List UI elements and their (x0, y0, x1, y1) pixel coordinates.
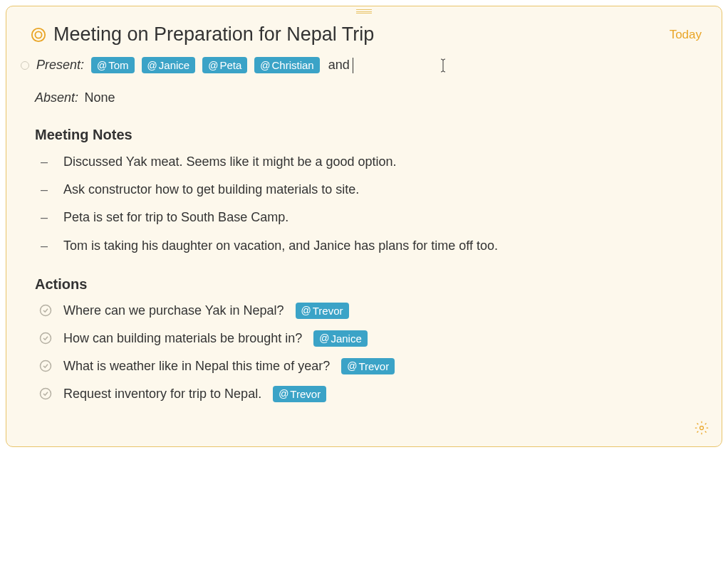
mention-tag-assignee[interactable]: @ Trevor (273, 386, 326, 402)
present-row[interactable]: Present: @ Tom @ Janice @ Peta @ Christi… (18, 57, 702, 73)
gear-icon[interactable] (695, 421, 709, 435)
task-unchecked-icon[interactable] (39, 304, 52, 317)
ibeam-cursor-icon (439, 58, 447, 73)
mention-tag-assignee[interactable]: @ Trevor (296, 303, 349, 319)
meeting-notes-heading: Meeting Notes (18, 127, 702, 143)
action-item[interactable]: Request inventory for trip to Nepal. @ T… (39, 386, 702, 402)
date-label[interactable]: Today (670, 28, 702, 42)
text-caret-icon (353, 58, 353, 73)
action-text: How can building materials be brought in… (63, 331, 302, 346)
svg-point-4 (41, 361, 51, 372)
mention-tag-assignee[interactable]: @ Janice (313, 330, 368, 347)
note-text: Discussed Yak meat. Seems like it might … (63, 153, 397, 171)
mention-tag-peta[interactable]: @ Peta (202, 57, 247, 73)
task-unchecked-icon[interactable] (39, 387, 52, 400)
svg-point-0 (32, 28, 45, 41)
mention-tag-tom[interactable]: @ Tom (91, 57, 135, 73)
actions-heading: Actions (18, 276, 702, 293)
mention-tag-christian[interactable]: @ Christian (254, 57, 319, 73)
dash-icon: – (41, 237, 48, 255)
svg-point-3 (41, 333, 51, 344)
note-title[interactable]: Meeting on Preparation for Nepal Trip (53, 23, 662, 46)
mention-tag-janice[interactable]: @ Janice (142, 57, 196, 73)
svg-point-5 (41, 389, 51, 399)
task-unchecked-icon[interactable] (39, 332, 52, 345)
present-label: Present: (36, 58, 84, 73)
note-text: Ask constructor how to get building mate… (63, 181, 359, 199)
action-item[interactable]: How can building materials be brought in… (39, 330, 702, 347)
trailing-text: and (328, 58, 350, 73)
note-text: Tom is taking his daughter on vacation, … (63, 237, 498, 255)
note-card: Meeting on Preparation for Nepal Trip To… (6, 6, 722, 447)
action-text: Where can we purchase Yak in Nepal? (63, 303, 284, 318)
action-text: What is weather like in Nepal this time … (63, 359, 330, 374)
mention-tag-assignee[interactable]: @ Trevor (341, 358, 395, 374)
dash-icon: – (41, 181, 48, 199)
task-unchecked-icon[interactable] (39, 360, 52, 372)
svg-point-2 (41, 305, 51, 316)
list-item[interactable]: – Ask constructor how to get building ma… (41, 181, 702, 199)
list-item[interactable]: – Peta is set for trip to South Base Cam… (41, 209, 702, 226)
dash-icon: – (41, 209, 48, 226)
svg-point-6 (700, 426, 704, 430)
action-item[interactable]: Where can we purchase Yak in Nepal? @ Tr… (39, 303, 702, 319)
bullseye-icon (31, 27, 46, 43)
note-text: Peta is set for trip to South Base Camp. (63, 209, 288, 226)
svg-point-1 (35, 31, 41, 38)
list-item[interactable]: – Tom is taking his daughter on vacation… (41, 237, 702, 255)
bullet-circle-icon (21, 61, 29, 70)
actions-list: Where can we purchase Yak in Nepal? @ Tr… (18, 303, 702, 402)
meeting-notes-list: – Discussed Yak meat. Seems like it migh… (18, 153, 702, 255)
drag-handle-icon[interactable] (356, 9, 372, 14)
action-text: Request inventory for trip to Nepal. (63, 387, 261, 402)
absent-row[interactable]: Absent: None (18, 90, 702, 105)
dash-icon: – (41, 153, 48, 171)
action-item[interactable]: What is weather like in Nepal this time … (39, 358, 702, 374)
absent-value: None (85, 90, 115, 105)
absent-label: Absent: (35, 90, 78, 105)
list-item[interactable]: – Discussed Yak meat. Seems like it migh… (41, 153, 702, 171)
